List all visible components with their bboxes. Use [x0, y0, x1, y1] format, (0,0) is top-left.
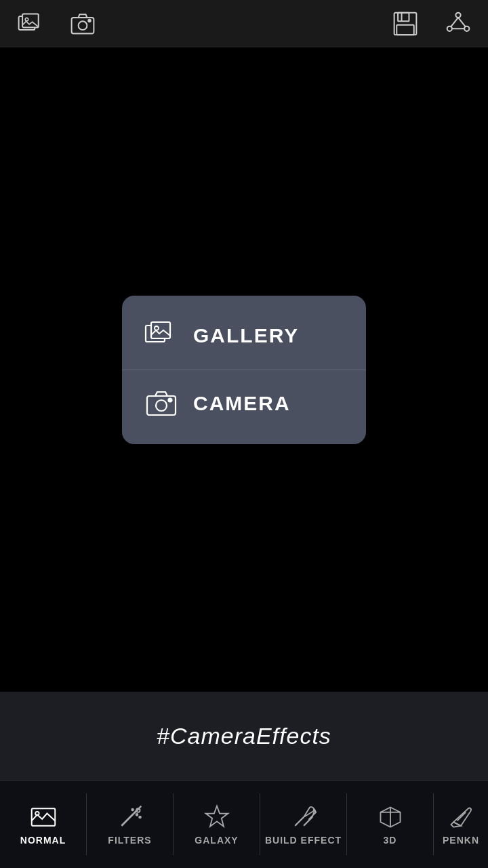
gallery-option-icon	[142, 317, 180, 355]
main-area: GALLERY CAMERA	[0, 47, 488, 692]
svg-point-29	[131, 808, 134, 810]
camera-label: CAMERA	[193, 392, 291, 415]
svg-point-5	[88, 20, 91, 22]
svg-point-23	[35, 811, 39, 814]
gallery-button[interactable]	[14, 7, 46, 40]
tab-build-effect-label: BUILD EFFECT	[265, 835, 342, 846]
svg-point-10	[455, 13, 460, 18]
svg-rect-8	[396, 25, 413, 35]
share-button[interactable]	[442, 7, 474, 40]
svg-marker-32	[205, 806, 228, 826]
top-toolbar	[0, 0, 488, 47]
bottom-tabs: NORMAL FILTERS	[0, 780, 488, 868]
bottom-area: #CameraEffects NORMAL	[0, 692, 488, 868]
svg-point-20	[156, 400, 167, 411]
svg-line-14	[458, 18, 466, 27]
svg-line-33	[295, 817, 304, 826]
svg-point-30	[136, 814, 138, 816]
tab-penkn-label: PENKN	[443, 835, 479, 846]
svg-point-4	[79, 21, 87, 30]
svg-line-13	[451, 18, 458, 27]
tab-galaxy-label: GALAXY	[195, 835, 238, 846]
camera-option-icon	[142, 385, 180, 422]
tab-normal[interactable]: NORMAL	[0, 781, 86, 868]
tab-normal-label: NORMAL	[20, 835, 66, 846]
camera-top-button[interactable]	[66, 7, 99, 40]
svg-rect-7	[398, 13, 409, 22]
tab-build-effect[interactable]: BUILD EFFECT	[260, 781, 346, 868]
source-picker-popup: GALLERY CAMERA	[122, 296, 366, 444]
tab-penkn[interactable]: PENKN	[434, 781, 488, 868]
svg-point-31	[139, 816, 141, 818]
gallery-label: GALLERY	[193, 324, 299, 347]
hashtag-text: #CameraEffects	[157, 723, 331, 749]
tab-galaxy[interactable]: GALAXY	[174, 781, 260, 868]
svg-rect-17	[151, 322, 170, 338]
tab-filters-label: FILTERS	[108, 835, 151, 846]
save-button[interactable]	[389, 7, 422, 40]
tab-filters[interactable]: FILTERS	[87, 781, 173, 868]
svg-point-21	[168, 399, 171, 402]
hashtag-area: #CameraEffects	[0, 692, 488, 780]
camera-option[interactable]: CAMERA	[122, 370, 366, 437]
toolbar-right	[389, 7, 474, 40]
tab-3d[interactable]: 3D	[347, 781, 433, 868]
gallery-option[interactable]: GALLERY	[122, 302, 366, 370]
svg-line-24	[121, 813, 134, 825]
tab-3d-label: 3D	[384, 835, 397, 846]
toolbar-left	[14, 7, 99, 40]
